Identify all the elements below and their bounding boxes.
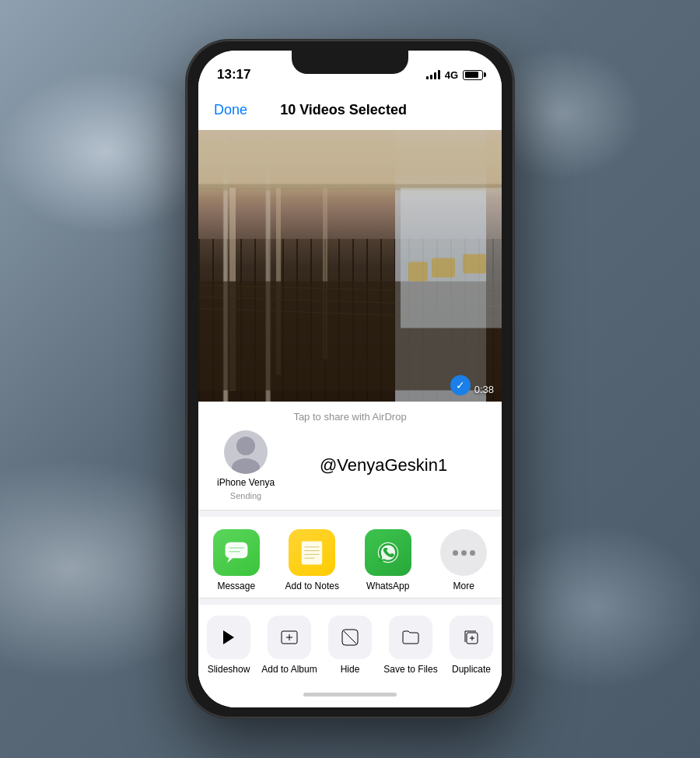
airdrop-hint: Tap to share with AirDrop bbox=[211, 411, 489, 423]
airdrop-device-name: iPhone Venya bbox=[217, 477, 275, 488]
phone-device: 13:17 4G Done 10 Videos S bbox=[187, 40, 513, 718]
action-hide[interactable]: Hide bbox=[322, 616, 378, 675]
notes-page-icon bbox=[298, 539, 326, 567]
action-slideshow[interactable]: Slideshow bbox=[201, 616, 257, 675]
slideshow-label: Slideshow bbox=[208, 664, 250, 675]
app-item-message[interactable]: Message bbox=[208, 529, 264, 591]
messages-icon bbox=[213, 529, 260, 576]
hide-eye-icon bbox=[341, 628, 359, 647]
hide-icon bbox=[328, 616, 372, 659]
whatsapp-label: WhatsApp bbox=[366, 581, 409, 591]
svg-rect-11 bbox=[463, 254, 486, 274]
scene: 13:17 4G Done 10 Videos S bbox=[0, 0, 700, 758]
navigation-bar: Done 10 Videos Selected bbox=[198, 89, 502, 130]
duplicate-copy-icon bbox=[462, 628, 481, 647]
svg-marker-25 bbox=[223, 630, 234, 644]
home-bar bbox=[303, 693, 397, 697]
slideshow-icon bbox=[207, 616, 250, 659]
airdrop-section[interactable]: Tap to share with AirDrop iPhone Venya S… bbox=[198, 402, 502, 511]
hide-label: Hide bbox=[341, 664, 360, 675]
add-album-plus-icon bbox=[280, 628, 299, 647]
add-album-icon bbox=[268, 616, 311, 659]
battery-fill bbox=[465, 72, 479, 78]
dots-indicator bbox=[453, 550, 475, 556]
photo-background bbox=[198, 130, 502, 402]
dot-2 bbox=[461, 550, 467, 556]
svg-rect-0 bbox=[198, 142, 502, 188]
app-item-whatsapp[interactable]: WhatsApp bbox=[360, 529, 416, 591]
save-files-icon bbox=[389, 616, 432, 659]
battery-icon bbox=[463, 70, 483, 80]
lte-badge: 4G bbox=[445, 69, 458, 81]
app-item-more[interactable]: More bbox=[436, 529, 492, 591]
dot-3 bbox=[470, 550, 475, 556]
airdrop-avatar bbox=[224, 430, 268, 474]
done-button[interactable]: Done bbox=[214, 102, 247, 118]
svg-rect-19 bbox=[302, 542, 322, 565]
phone-screen: 13:17 4G Done 10 Videos S bbox=[198, 51, 502, 707]
svg-line-30 bbox=[344, 631, 356, 644]
notes-label: Add to Notes bbox=[285, 581, 339, 591]
add-album-label: Add to Album bbox=[261, 664, 317, 675]
page-title: 10 Videos Selected bbox=[280, 102, 407, 118]
folder-icon bbox=[401, 628, 420, 647]
airdrop-twitter-handle: @VenyaGeskin1 bbox=[284, 451, 483, 480]
home-indicator bbox=[198, 681, 502, 707]
signal-icon bbox=[426, 70, 440, 79]
app-item-notes[interactable]: Add to Notes bbox=[284, 529, 340, 591]
action-add-to-album[interactable]: Add to Album bbox=[261, 616, 317, 675]
action-duplicate[interactable]: Duplicate bbox=[443, 616, 499, 675]
play-icon bbox=[219, 628, 238, 647]
airdrop-status: Sending bbox=[230, 491, 261, 500]
svg-point-14 bbox=[232, 458, 260, 474]
svg-rect-12 bbox=[408, 262, 428, 282]
app-row: Message Add to Notes bbox=[198, 517, 502, 598]
dot-1 bbox=[453, 550, 458, 556]
duplicate-icon bbox=[450, 616, 493, 659]
whatsapp-phone-icon bbox=[374, 539, 402, 567]
share-sheet: Tap to share with AirDrop iPhone Venya S… bbox=[198, 402, 502, 707]
message-label: Message bbox=[217, 581, 255, 591]
person-icon bbox=[224, 430, 268, 474]
notch bbox=[292, 51, 408, 74]
svg-marker-16 bbox=[227, 558, 233, 563]
svg-rect-15 bbox=[225, 542, 247, 558]
photo-decoration bbox=[198, 130, 502, 402]
status-time: 13:17 bbox=[217, 67, 250, 82]
action-row: Slideshow Add to Album bbox=[198, 605, 502, 681]
more-label: More bbox=[453, 581, 474, 591]
svg-rect-10 bbox=[432, 258, 455, 278]
svg-point-13 bbox=[236, 437, 255, 455]
action-save-to-files[interactable]: Save to Files bbox=[383, 616, 439, 675]
selected-badge: ✓ bbox=[450, 375, 471, 395]
duplicate-label: Duplicate bbox=[452, 664, 491, 675]
video-duration: 0:38 bbox=[474, 384, 494, 395]
message-bubble-icon bbox=[222, 539, 250, 567]
whatsapp-icon bbox=[365, 529, 411, 576]
more-icon bbox=[440, 529, 487, 576]
status-icons: 4G bbox=[426, 69, 483, 81]
notes-icon bbox=[289, 529, 335, 576]
save-files-label: Save to Files bbox=[383, 664, 437, 675]
photo-area[interactable]: ✓ 0:38 bbox=[198, 130, 502, 402]
airdrop-contact[interactable]: iPhone Venya Sending bbox=[217, 430, 275, 500]
